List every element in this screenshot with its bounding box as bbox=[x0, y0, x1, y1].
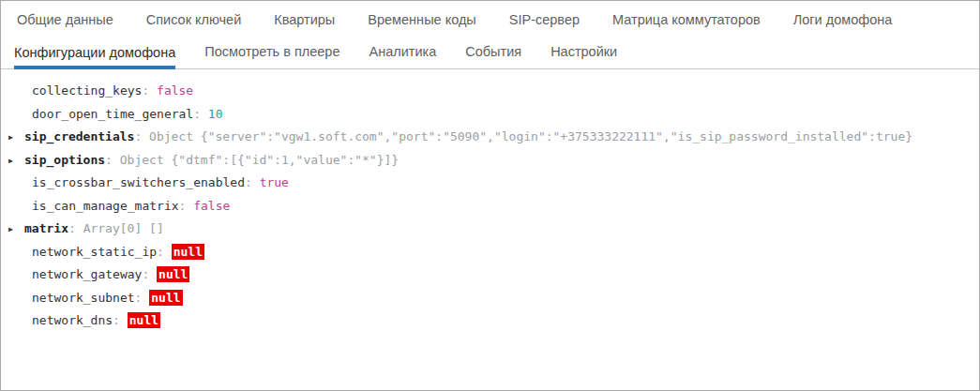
inspector-row: collecting_keys: false bbox=[1, 80, 979, 103]
key-value-separator: : bbox=[245, 175, 260, 189]
inspector-row: network_subnet: null bbox=[1, 287, 979, 310]
inspector-row: is_can_manage_matrix: false bbox=[1, 195, 979, 218]
key-value-separator: : bbox=[193, 107, 208, 121]
inspector-row: is_crossbar_switchers_enabled: true bbox=[1, 172, 979, 195]
inspector-row[interactable]: ▶matrix: Array[0] [] bbox=[1, 218, 979, 241]
property-value: false bbox=[193, 199, 230, 213]
tab-secondary-2[interactable]: Аналитика bbox=[369, 44, 436, 68]
key-value-separator: : bbox=[135, 291, 150, 305]
primary-tabs-bar: Общие данныеСписок ключейКвартирыВременн… bbox=[1, 1, 979, 38]
key-value-separator: : bbox=[134, 129, 149, 143]
null-badge: null bbox=[128, 312, 160, 328]
tab-primary-0[interactable]: Общие данные bbox=[17, 12, 113, 27]
key-value-separator: : bbox=[157, 245, 172, 259]
key-value-separator: : bbox=[105, 153, 120, 167]
property-key: sip_options bbox=[24, 153, 105, 167]
property-value: true bbox=[260, 175, 289, 189]
property-key: matrix bbox=[24, 221, 68, 235]
key-value-separator: : bbox=[142, 83, 157, 98]
tab-secondary-3[interactable]: События bbox=[465, 44, 521, 68]
inspector-row[interactable]: ▶sip_credentials: Object {"server":"vgw1… bbox=[1, 126, 979, 149]
null-badge: null bbox=[149, 290, 182, 306]
property-key: network_gateway bbox=[32, 267, 142, 281]
tab-primary-4[interactable]: SIP-сервер bbox=[509, 12, 580, 27]
object-preview: Object {"server":"vgw1.soft.com","port":… bbox=[149, 129, 912, 143]
expand-arrow-icon[interactable]: ▶ bbox=[8, 218, 24, 241]
property-value: 10 bbox=[208, 107, 223, 121]
inspector-row: door_open_time_general: 10 bbox=[1, 103, 979, 127]
property-value: false bbox=[157, 83, 193, 98]
tab-primary-5[interactable]: Матрица коммутаторов bbox=[612, 12, 761, 27]
inspector-row: network_static_ip: null bbox=[1, 241, 979, 264]
property-key: sip_credentials bbox=[24, 129, 134, 143]
json-inspector: collecting_keys: falsedoor_open_time_gen… bbox=[1, 69, 979, 333]
inspector-row[interactable]: ▶sip_options: Object {"dtmf":[{"id":1,"v… bbox=[1, 149, 979, 173]
tab-secondary-0[interactable]: Конфигурации домофона bbox=[14, 45, 175, 69]
tab-primary-6[interactable]: Логи домофона bbox=[793, 12, 893, 27]
key-value-separator: : bbox=[142, 267, 157, 281]
object-preview: Array[0] [] bbox=[83, 221, 164, 235]
property-key: network_static_ip bbox=[32, 245, 157, 259]
property-key: is_crossbar_switchers_enabled bbox=[32, 175, 245, 189]
tab-secondary-4[interactable]: Настройки bbox=[550, 44, 617, 68]
object-preview: Object {"dtmf":[{"id":1,"value":"*"}]} bbox=[120, 153, 399, 167]
inspector-row: network_gateway: null bbox=[1, 263, 979, 287]
tab-primary-1[interactable]: Список ключей bbox=[146, 12, 242, 27]
expand-arrow-icon[interactable]: ▶ bbox=[8, 150, 24, 173]
null-badge: null bbox=[157, 266, 189, 282]
key-value-separator: : bbox=[68, 221, 83, 235]
app-window: Общие данныеСписок ключейКвартирыВременн… bbox=[0, 0, 980, 391]
property-key: is_can_manage_matrix bbox=[32, 199, 179, 213]
tab-primary-3[interactable]: Временные коды bbox=[368, 12, 476, 27]
key-value-separator: : bbox=[113, 313, 128, 327]
tab-primary-2[interactable]: Квартиры bbox=[274, 12, 335, 27]
tab-secondary-1[interactable]: Посмотреть в плеере bbox=[204, 44, 339, 68]
key-value-separator: : bbox=[179, 199, 194, 213]
property-key: collecting_keys bbox=[32, 83, 142, 98]
property-key: network_subnet bbox=[32, 291, 135, 305]
property-key: door_open_time_general bbox=[32, 107, 193, 121]
property-key: network_dns bbox=[32, 313, 113, 327]
inspector-row: network_dns: null bbox=[1, 309, 979, 333]
expand-arrow-icon[interactable]: ▶ bbox=[8, 127, 24, 149]
secondary-tabs-bar: Конфигурации домофонаПосмотреть в плеере… bbox=[1, 38, 979, 69]
null-badge: null bbox=[172, 244, 204, 260]
